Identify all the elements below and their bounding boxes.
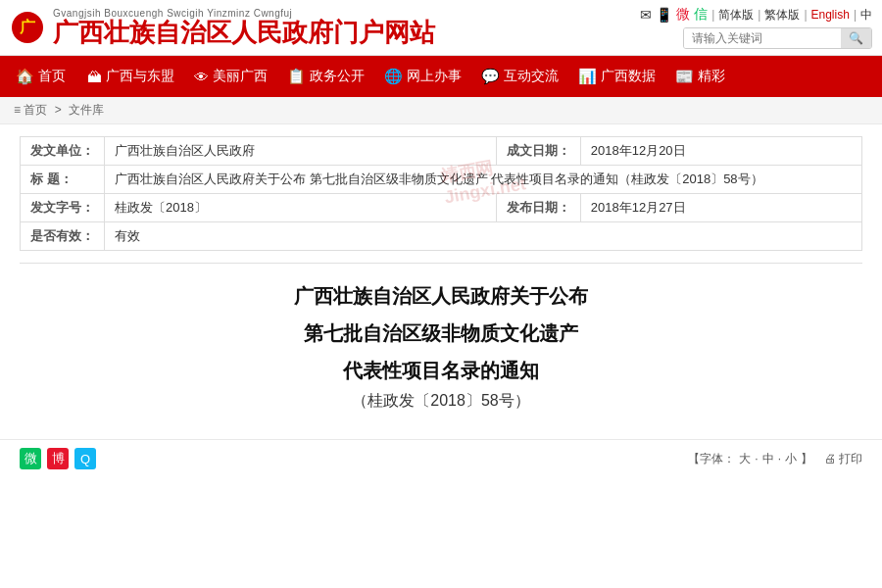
- share-icons: 微 博 Q: [20, 448, 96, 469]
- breadcrumb-filebox[interactable]: 文件库: [69, 103, 104, 117]
- meta-row-issuer: 发文单位： 广西壮族自治区人民政府 成文日期： 2018年12月20日: [21, 137, 862, 166]
- breadcrumb-sep: >: [55, 103, 65, 117]
- interact-icon: 💬: [481, 68, 500, 85]
- font-size-large[interactable]: 大: [739, 451, 751, 467]
- site-title-cn: 广西壮族自治区人民政府门户网站: [53, 19, 435, 47]
- doc-title-line3: 代表性项目名录的通知: [49, 354, 833, 387]
- print-label: 打印: [839, 451, 862, 467]
- nav-label-more: 精彩: [698, 68, 725, 85]
- date-created-label: 成文日期：: [496, 137, 580, 166]
- title-value-cell: 广西壮族自治区人民政府关于公布 第七批自治区级非物质文化遗产 代表性项目名录的通…: [105, 166, 862, 194]
- share-qq-icon[interactable]: Q: [74, 448, 96, 469]
- valid-value: 有效: [105, 222, 862, 251]
- font-size-ctrl: 【字体： 大 · 中 · 小 】: [688, 451, 812, 467]
- nav-item-data[interactable]: 📊 广西数据: [568, 56, 665, 97]
- breadcrumb-home[interactable]: 首页: [24, 103, 47, 117]
- meta-row-title: 标 题： 广西壮族自治区人民政府关于公布 第七批自治区级非物质文化遗产 代表性项…: [21, 166, 862, 194]
- title-value: 广西壮族自治区人民政府关于公布 第七批自治区级非物质文化遗产 代表性项目名录的通…: [115, 172, 763, 186]
- beautiful-icon: 👁: [194, 69, 209, 85]
- nav-item-asean[interactable]: 🏔 广西与东盟: [77, 56, 184, 97]
- valid-label: 是否有效：: [21, 222, 105, 251]
- nav-label-asean: 广西与东盟: [106, 68, 174, 85]
- nav-label-home: 首页: [38, 68, 66, 85]
- online-icon: 🌐: [384, 68, 403, 85]
- search-button[interactable]: 🔍: [841, 28, 871, 48]
- content-area: 发文单位： 广西壮族自治区人民政府 成文日期： 2018年12月20日 标 题：…: [0, 124, 882, 435]
- nav-item-beautiful[interactable]: 👁 美丽广西: [184, 56, 277, 97]
- top-bar-left: 广 Gvangjsih Bouxcuengh Swcigih Yinzminz …: [10, 8, 435, 47]
- nav-item-online[interactable]: 🌐 网上办事: [374, 56, 471, 97]
- nav-bar: 🏠 首页 🏔 广西与东盟 👁 美丽广西 📋 政务公开 🌐 网上办事 💬 互动交流…: [0, 56, 882, 97]
- title-label: 标 题：: [21, 166, 105, 194]
- meta-row-valid: 是否有效： 有效: [21, 222, 862, 251]
- date-created-value: 2018年12月20日: [580, 137, 861, 166]
- lang-simple[interactable]: 简体版: [718, 7, 754, 24]
- doc-number: （桂政发〔2018〕58号）: [49, 391, 833, 412]
- breadcrumb-icon: ≡: [14, 103, 21, 117]
- font-size-sep1: ·: [755, 452, 758, 466]
- publish-date-value: 2018年12月27日: [580, 194, 861, 222]
- doc-title-line2: 第七批自治区级非物质文化遗产: [49, 317, 833, 350]
- print-button[interactable]: 🖨 打印: [824, 451, 862, 467]
- doc-body: 广西壮族自治区人民政府关于公布 第七批自治区级非物质文化遗产 代表性项目名录的通…: [20, 270, 862, 425]
- sep1: |: [711, 8, 714, 22]
- asean-icon: 🏔: [87, 69, 102, 85]
- meta-table: 发文单位： 广西壮族自治区人民政府 成文日期： 2018年12月20日 标 题：…: [20, 136, 862, 251]
- issuer-label: 发文单位：: [21, 137, 105, 166]
- nav-label-beautiful: 美丽广西: [213, 68, 268, 85]
- font-size-sep2: ·: [778, 452, 781, 466]
- breadcrumb: ≡ 首页 > 文件库: [0, 97, 882, 124]
- font-size-small[interactable]: 小: [785, 451, 797, 467]
- nav-item-more[interactable]: 📰 精彩: [665, 56, 735, 97]
- nav-item-gov[interactable]: 📋 政务公开: [277, 56, 374, 97]
- lang-bar: ✉ 📱 微 信 | 简体版 | 繁体版 | English | 中: [640, 6, 872, 24]
- lang-en[interactable]: English: [811, 8, 850, 22]
- nav-item-home[interactable]: 🏠 首页: [4, 56, 77, 97]
- nav-label-online: 网上办事: [407, 68, 462, 85]
- share-wechat-icon[interactable]: 微: [20, 448, 41, 469]
- home-icon: 🏠: [16, 68, 34, 85]
- mail-icon: ✉: [640, 7, 652, 23]
- svg-text:广: 广: [19, 18, 36, 35]
- search-input[interactable]: [684, 28, 841, 48]
- font-size-medium[interactable]: 中: [762, 451, 774, 467]
- issuer-value: 广西壮族自治区人民政府: [105, 137, 497, 166]
- publish-date-label: 发布日期：: [496, 194, 580, 222]
- font-size-label: 【字体：: [688, 451, 735, 467]
- data-icon: 📊: [578, 68, 597, 85]
- nav-item-interact[interactable]: 💬 互动交流: [471, 56, 568, 97]
- top-bar: 广 Gvangjsih Bouxcuengh Swcigih Yinzminz …: [0, 0, 882, 56]
- nav-label-data: 广西数据: [601, 68, 656, 85]
- doc-title-line1: 广西壮族自治区人民政府关于公布: [49, 279, 833, 313]
- nav-label-interact: 互动交流: [504, 68, 559, 85]
- nav-label-gov: 政务公开: [310, 68, 365, 85]
- more-icon: 📰: [675, 68, 694, 85]
- site-title-block: Gvangjsih Bouxcuengh Swcigih Yinzminz Cw…: [53, 8, 435, 47]
- search-bar: 🔍: [683, 27, 872, 49]
- wechat-icon: 信: [694, 6, 708, 24]
- gov-icon: 📋: [287, 68, 306, 85]
- meta-row-docnum: 发文字号： 桂政发〔2018〕 发布日期： 2018年12月27日: [21, 194, 862, 222]
- font-size-end: 】: [801, 451, 812, 467]
- weibo-icon: 微: [676, 6, 690, 24]
- doc-footer: 微 博 Q 【字体： 大 · 中 · 小 】 🖨 打印: [0, 439, 882, 473]
- logo-icon: 广: [10, 10, 45, 45]
- divider: [20, 263, 862, 264]
- docnum-value: 桂政发〔2018〕: [105, 194, 497, 222]
- print-icon: 🖨: [824, 452, 836, 466]
- share-weibo-icon[interactable]: 博: [47, 448, 69, 469]
- docnum-label: 发文字号：: [21, 194, 105, 222]
- lang-trad[interactable]: 繁体版: [764, 7, 800, 24]
- top-bar-right: ✉ 📱 微 信 | 简体版 | 繁体版 | English | 中 🔍: [640, 6, 872, 49]
- lang-zh[interactable]: 中: [860, 7, 872, 24]
- phone-icon: 📱: [656, 7, 672, 23]
